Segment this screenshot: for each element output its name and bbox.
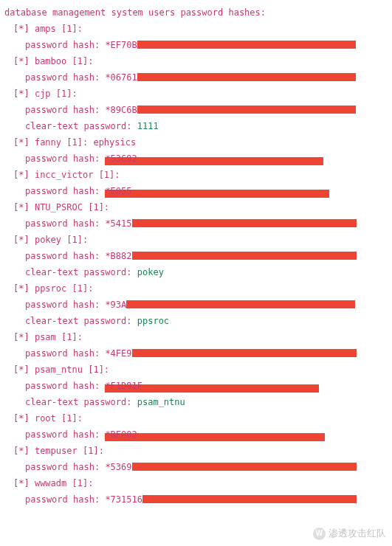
hash-value: *BF002 — [105, 429, 137, 440]
redaction-bar — [132, 349, 357, 357]
count: [1]: — [88, 364, 109, 375]
hash-label: password hash: — [25, 72, 100, 83]
count: [1]: — [88, 202, 109, 212]
user-name: psam_ntnu — [35, 364, 83, 375]
cleartext-row: clear-text password: ppsroc — [4, 313, 389, 329]
hash-prefix: *5415 — [105, 218, 131, 229]
hash-value: *F1D91F — [105, 381, 142, 391]
count: [1]: — [72, 283, 94, 294]
cleartext-value: 1111 — [137, 121, 159, 131]
user-name: root — [35, 413, 56, 424]
wechat-icon: W — [313, 528, 326, 540]
cleartext-value: psam_ntnu — [137, 397, 185, 407]
watermark-text: 渗透攻击红队 — [329, 525, 386, 542]
redaction-bar — [132, 252, 357, 260]
marker: [*] — [13, 478, 30, 488]
user-name: pokey — [35, 235, 61, 245]
cleartext-value: ppsroc — [137, 316, 169, 326]
hash-label: password hash: — [25, 494, 100, 505]
hash-row: password hash: *4FE9 — [4, 345, 389, 362]
hash-label: password hash: — [25, 300, 100, 310]
hash-row: password hash: *B882 — [4, 248, 389, 264]
redaction-bar — [137, 73, 356, 81]
user-header: [*] fanny [1]: ephysics — [4, 134, 389, 151]
marker: [*] — [13, 56, 30, 66]
count: [1]: — [99, 170, 120, 180]
redaction-bar — [137, 41, 356, 49]
hash-row: password hash: *E055 — [4, 183, 389, 199]
marker: [*] — [13, 202, 30, 212]
watermark: W 渗透攻击红队 — [313, 525, 386, 542]
redaction-bar — [132, 219, 357, 227]
marker: [*] — [13, 137, 30, 148]
redaction-bar — [132, 463, 357, 471]
marker: [*] — [13, 332, 30, 342]
count: [1]: — [56, 89, 78, 99]
hash-row: password hash: *53692 — [4, 151, 389, 167]
hash-label: password hash: — [25, 429, 100, 440]
user-header: [*] incc_victor [1]: — [4, 167, 389, 183]
user-header: [*] cjp [1]: — [4, 86, 389, 102]
user-header: [*] ppsroc [1]: — [4, 280, 389, 297]
user-header: [*] psam [1]: — [4, 329, 389, 345]
user-name: incc_victor — [35, 170, 93, 180]
hash-value: *53692 — [105, 153, 137, 164]
hash-prefix: *53692 — [105, 153, 137, 164]
user-note: ephysics — [93, 137, 136, 148]
user-header: [*] psam_ntnu [1]: — [4, 362, 389, 378]
hash-row: password hash: *731516 — [4, 491, 389, 508]
count: [1]: — [61, 332, 83, 342]
hash-value: *E055 — [105, 186, 131, 196]
user-name: fanny — [35, 137, 61, 148]
redaction-bar — [126, 300, 355, 308]
hash-row: password hash: *06761 — [4, 69, 389, 86]
user-header: [*] amps [1]: — [4, 21, 389, 37]
hash-row: password hash: *F1D91F — [4, 378, 389, 394]
hash-prefix: *93A — [105, 300, 126, 310]
header: database management system users passwor… — [4, 4, 389, 21]
header-text: database management system users passwor… — [4, 7, 266, 18]
user-name: amps — [35, 24, 56, 34]
hash-prefix: *89C6B — [105, 105, 137, 115]
cleartext-label: clear-text password: — [25, 267, 132, 277]
user-header: [*] bamboo [1]: — [4, 53, 389, 69]
count: [1]: — [66, 137, 88, 148]
hash-label: password hash: — [25, 153, 100, 164]
user-header: [*] tempuser [1]: — [4, 443, 389, 459]
redaction-bar — [105, 433, 325, 441]
hash-label: password hash: — [25, 186, 100, 196]
hash-label: password hash: — [25, 381, 100, 391]
user-header: [*] NTU_PSROC [1]: — [4, 199, 389, 215]
hash-label: password hash: — [25, 462, 100, 472]
marker: [*] — [13, 446, 30, 456]
hash-label: password hash: — [25, 251, 100, 261]
hash-prefix: *E055 — [105, 186, 131, 196]
user-name: bamboo — [35, 56, 66, 66]
hash-label: password hash: — [25, 40, 100, 50]
count: [1]: — [72, 478, 94, 488]
marker: [*] — [13, 364, 30, 375]
hash-prefix: *F1D91F — [105, 381, 142, 391]
user-name: NTU_PSROC — [35, 202, 83, 212]
user-header: [*] pokey [1]: — [4, 232, 389, 248]
hash-row: password hash: *93A — [4, 297, 389, 313]
hash-row: password hash: *BF002 — [4, 426, 389, 443]
count: [1]: — [83, 446, 104, 456]
hash-row: password hash: *5369 — [4, 459, 389, 475]
hash-label: password hash: — [25, 218, 100, 229]
marker: [*] — [13, 89, 30, 99]
hash-prefix: *EF70B — [105, 40, 137, 50]
marker: [*] — [13, 235, 30, 245]
hash-label: password hash: — [25, 105, 100, 115]
hash-prefix: *B882 — [105, 251, 131, 261]
hash-label: password hash: — [25, 348, 100, 359]
cleartext-row: clear-text password: pokey — [4, 264, 389, 280]
count: [1]: — [66, 235, 88, 245]
hash-prefix: *731516 — [105, 494, 142, 505]
hash-prefix: *BF002 — [105, 429, 137, 440]
hash-row: password hash: *EF70B — [4, 37, 389, 53]
marker: [*] — [13, 283, 30, 294]
redaction-bar — [142, 495, 357, 503]
redaction-bar — [105, 190, 329, 198]
cleartext-label: clear-text password: — [25, 121, 132, 131]
